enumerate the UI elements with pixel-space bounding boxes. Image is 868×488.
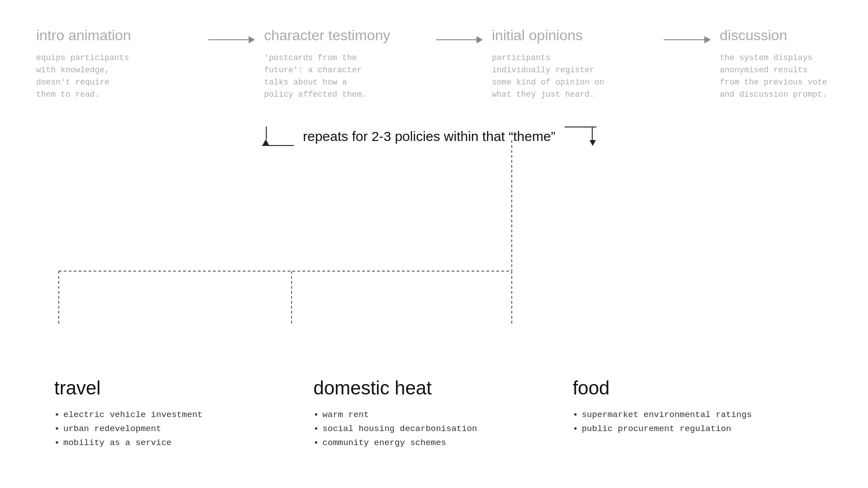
theme-items-domestic-heat: warm rent social housing decarbonisation… <box>313 410 554 448</box>
flow-desc-character: 'postcards from thefuture': a charactert… <box>264 52 427 101</box>
arrow-right-1 <box>208 36 255 43</box>
flow-title-character: character testimony <box>264 27 427 44</box>
page-container: intro animation equips participantswith … <box>0 0 868 488</box>
right-bracket-down-arrow <box>590 140 596 146</box>
theme-items-travel: electric vehicle investment urban redeve… <box>54 410 295 448</box>
flow-title-discussion: discussion <box>720 27 868 44</box>
left-bracket-horiz <box>262 145 294 146</box>
arrow-line-3 <box>664 39 704 40</box>
flow-title-opinions: initial opinions <box>492 27 655 44</box>
flow-section: intro animation equips participantswith … <box>36 27 832 101</box>
theme-food: food supermarket environmental ratings p… <box>564 377 823 452</box>
flow-row: intro animation equips participantswith … <box>36 27 832 101</box>
flow-item-intro: intro animation equips participantswith … <box>36 27 199 101</box>
flow-title-intro: intro animation <box>36 27 199 44</box>
right-bracket <box>565 127 596 146</box>
left-bracket-up-arrow <box>263 139 269 145</box>
arrow-head-2 <box>476 36 483 43</box>
left-bracket-up-line <box>266 127 267 139</box>
theme-title-food: food <box>573 377 814 399</box>
arrow-3 <box>664 27 711 43</box>
arrow-2 <box>436 27 483 43</box>
arrow-right-3 <box>664 36 711 43</box>
flow-item-discussion: discussion the system displaysanonymised… <box>720 27 868 101</box>
flow-desc-intro: equips participantswith knowledge,doesn'… <box>36 52 199 101</box>
theme-item-travel-2: mobility as a service <box>54 438 295 448</box>
arrow-head-1 <box>249 36 255 43</box>
left-bracket <box>262 127 294 146</box>
theme-travel: travel electric vehicle investment urban… <box>45 377 304 452</box>
theme-item-travel-1: urban redevelopment <box>54 424 295 434</box>
theme-domestic-heat: domestic heat warm rent social housing d… <box>304 377 563 452</box>
flow-desc-discussion: the system displaysanonymised resultsfro… <box>720 52 868 101</box>
theme-item-heat-2: community energy schemes <box>313 438 554 448</box>
repeat-text: repeats for 2-3 policies within that “th… <box>303 129 556 144</box>
themes-section: travel electric vehicle investment urban… <box>45 377 823 452</box>
theme-item-heat-0: warm rent <box>313 410 554 420</box>
theme-item-food-1: public procurement regulation <box>573 424 814 434</box>
theme-title-travel: travel <box>54 377 295 399</box>
flow-desc-opinions: participantsindividually registersome ki… <box>492 52 655 101</box>
repeat-row: repeats for 2-3 policies within that “th… <box>36 127 832 146</box>
arrow-line-1 <box>208 39 249 40</box>
flow-item-character: character testimony 'postcards from thef… <box>264 27 427 101</box>
theme-title-domestic-heat: domestic heat <box>313 377 554 399</box>
arrow-line-2 <box>436 39 476 40</box>
theme-item-food-0: supermarket environmental ratings <box>573 410 814 420</box>
right-bracket-down-line <box>592 127 593 140</box>
flow-item-opinions: initial opinions participantsindividuall… <box>492 27 655 101</box>
theme-items-food: supermarket environmental ratings public… <box>573 410 814 434</box>
arrow-right-2 <box>436 36 483 43</box>
theme-item-travel-0: electric vehicle investment <box>54 410 295 420</box>
theme-item-heat-1: social housing decarbonisation <box>313 424 554 434</box>
arrow-head-3 <box>704 36 711 43</box>
arrow-1 <box>208 27 255 43</box>
